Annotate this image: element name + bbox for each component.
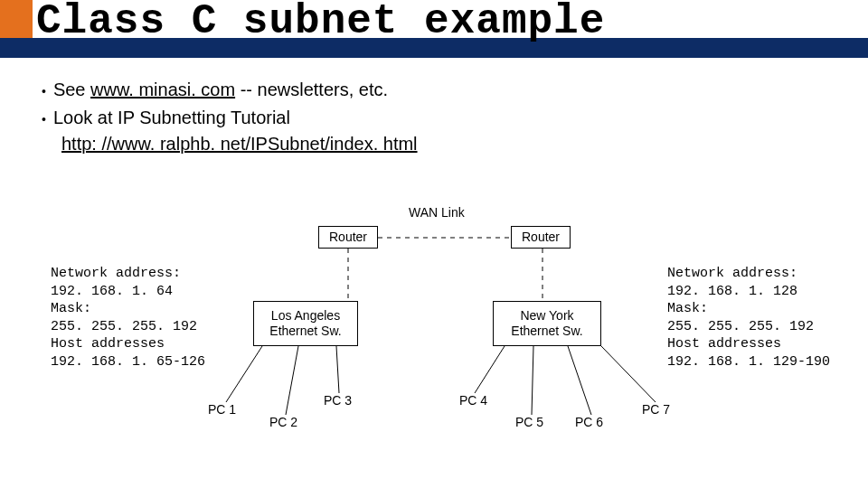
svg-line-5 bbox=[336, 346, 339, 393]
svg-line-9 bbox=[601, 346, 656, 402]
bullet-2: • Look at IP Subnetting Tutorial bbox=[42, 108, 868, 130]
svg-line-6 bbox=[475, 346, 505, 393]
bullet-list: • See www. minasi. com -- newsletters, e… bbox=[42, 80, 868, 155]
switch-left-line1: Los Angeles bbox=[271, 308, 340, 324]
bullet-dot-icon: • bbox=[42, 80, 46, 102]
svg-line-8 bbox=[568, 346, 591, 415]
switch-left: Los Angeles Ethernet Sw. bbox=[253, 301, 358, 346]
pc4-label: PC 4 bbox=[459, 393, 487, 408]
switch-right: New York Ethernet Sw. bbox=[493, 301, 601, 346]
network-info-right: Network address: 192. 168. 1. 128 Mask: … bbox=[667, 265, 830, 371]
pc2-label: PC 2 bbox=[269, 415, 297, 429]
router-right-label: Router bbox=[522, 230, 560, 245]
pc7-label: PC 7 bbox=[642, 402, 670, 417]
switch-right-line1: New York bbox=[520, 308, 573, 324]
router-left-label: Router bbox=[329, 230, 367, 245]
router-left: Router bbox=[318, 226, 378, 249]
bullet-2-link[interactable]: http: //www. ralphb. net/IPSubnet/index.… bbox=[61, 134, 418, 154]
wan-link-label: WAN Link bbox=[409, 205, 465, 220]
pc1-label: PC 1 bbox=[208, 402, 236, 417]
slide-title: Class C subnet example bbox=[36, 0, 605, 45]
bullet-1-suffix: -- newsletters, etc. bbox=[235, 80, 388, 99]
bullet-1-link[interactable]: www. minasi. com bbox=[90, 80, 235, 99]
pc5-label: PC 5 bbox=[515, 415, 543, 429]
pc6-label: PC 6 bbox=[575, 415, 603, 429]
title-bar: Class C subnet example bbox=[0, 0, 868, 58]
network-diagram: WAN Link Router Router Los Angeles Ether… bbox=[0, 203, 868, 474]
bullet-1-prefix: See bbox=[53, 80, 90, 99]
router-right: Router bbox=[511, 226, 571, 249]
svg-line-7 bbox=[532, 346, 533, 415]
switch-left-line2: Ethernet Sw. bbox=[269, 324, 341, 339]
bullet-1: • See www. minasi. com -- newsletters, e… bbox=[42, 80, 868, 102]
bullet-2-text: Look at IP Subnetting Tutorial bbox=[53, 108, 290, 128]
network-info-left: Network address: 192. 168. 1. 64 Mask: 2… bbox=[51, 265, 205, 371]
pc3-label: PC 3 bbox=[324, 393, 352, 408]
bullet-dot-icon: • bbox=[42, 108, 46, 130]
svg-line-4 bbox=[286, 346, 298, 415]
switch-right-line2: Ethernet Sw. bbox=[511, 324, 582, 339]
svg-line-3 bbox=[226, 346, 262, 402]
